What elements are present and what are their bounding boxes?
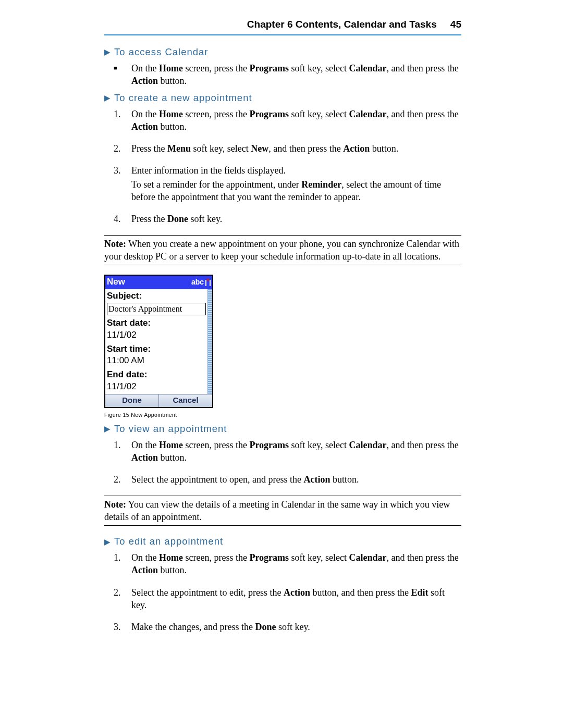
instruction-text: Enter information in the fields displaye… bbox=[131, 164, 461, 203]
triangle-icon: ▶ bbox=[104, 424, 111, 434]
list-item: 2. Select the appointment to open, and p… bbox=[114, 473, 461, 486]
triangle-icon: ▶ bbox=[104, 93, 111, 103]
section-body-access: ■ On the Home screen, press the Programs… bbox=[114, 62, 461, 88]
list-item: 1. On the Home screen, press the Program… bbox=[114, 551, 461, 577]
field-value-start-date: 11/1/02 bbox=[105, 329, 207, 342]
phone-input-mode: abc bbox=[191, 277, 204, 287]
bullet-marker-icon: ■ bbox=[114, 62, 131, 88]
step-number: 3. bbox=[114, 164, 131, 203]
step-number: 2. bbox=[114, 473, 131, 486]
instruction-text: Select the appointment to edit, press th… bbox=[131, 586, 461, 612]
section-heading-access: ▶ To access Calendar bbox=[104, 46, 461, 59]
list-item: 1. On the Home screen, press the Program… bbox=[114, 439, 461, 464]
step-number: 1. bbox=[114, 551, 131, 577]
section-heading-view: ▶ To view an appointment bbox=[104, 423, 461, 436]
phone-titlebar: New abc bbox=[105, 276, 212, 289]
phone-form: Subject: Doctor's Appointment Start date… bbox=[105, 289, 207, 394]
note-box: Note: You can view the details of a meet… bbox=[104, 496, 461, 526]
note-text: When you create a new appointment on you… bbox=[104, 239, 459, 262]
instruction-text: On the Home screen, press the Programs s… bbox=[131, 62, 461, 88]
instruction-text: On the Home screen, press the Programs s… bbox=[131, 439, 461, 464]
section-body-create: 1. On the Home screen, press the Program… bbox=[114, 108, 461, 226]
section-body-view: 1. On the Home screen, press the Program… bbox=[114, 439, 461, 486]
list-item: 3. Make the changes, and press the Done … bbox=[114, 621, 461, 633]
note-box: Note: When you create a new appointment … bbox=[104, 235, 461, 266]
note-label: Note: bbox=[104, 239, 126, 249]
instruction-text: Select the appointment to open, and pres… bbox=[131, 473, 461, 486]
instruction-text: Make the changes, and press the Done sof… bbox=[131, 621, 461, 633]
step-number: 2. bbox=[114, 142, 131, 155]
list-item: 3. Enter information in the fields displ… bbox=[114, 164, 461, 203]
section-title: To view an appointment bbox=[114, 423, 227, 436]
bullet-item: ■ On the Home screen, press the Programs… bbox=[114, 62, 461, 88]
section-title: To edit an appointment bbox=[114, 535, 223, 548]
instruction-text: On the Home screen, press the Programs s… bbox=[131, 551, 461, 577]
field-input-subject: Doctor's Appointment bbox=[107, 303, 206, 315]
figure-phone-screenshot: New abc Subject: Doctor's Appointment St… bbox=[104, 275, 213, 408]
list-item: 1. On the Home screen, press the Program… bbox=[114, 108, 461, 133]
page-content: ▶ To access Calendar ■ On the Home scree… bbox=[104, 42, 461, 636]
note-text: You can view the details of a meeting in… bbox=[104, 499, 450, 522]
field-label-end-date: End date: bbox=[105, 368, 207, 381]
section-body-edit: 1. On the Home screen, press the Program… bbox=[114, 551, 461, 633]
page-header: Chapter 6 Contents, Calendar and Tasks 4… bbox=[104, 18, 461, 35]
list-item: 2. Select the appointment to edit, press… bbox=[114, 586, 461, 612]
step-number: 3. bbox=[114, 621, 131, 633]
field-label-start-time: Start time: bbox=[105, 342, 207, 355]
instruction-text: Press the Menu soft key, select New, and… bbox=[131, 142, 461, 155]
step-number: 1. bbox=[114, 439, 131, 464]
step-number: 1. bbox=[114, 108, 131, 133]
section-heading-edit: ▶ To edit an appointment bbox=[104, 535, 461, 548]
softkey-done: Done bbox=[105, 394, 158, 406]
field-label-start-date: Start date: bbox=[105, 316, 207, 329]
phone-softkey-bar: Done Cancel bbox=[105, 394, 212, 406]
list-item: 4. Press the Done soft key. bbox=[114, 213, 461, 225]
phone-body: Subject: Doctor's Appointment Start date… bbox=[105, 289, 212, 394]
section-title: To access Calendar bbox=[114, 46, 208, 59]
figure-caption: Figure 15 New Appointment bbox=[104, 411, 461, 418]
triangle-icon: ▶ bbox=[104, 47, 111, 57]
note-label: Note: bbox=[104, 499, 126, 510]
step-number: 2. bbox=[114, 586, 131, 612]
instruction-text: On the Home screen, press the Programs s… bbox=[131, 108, 461, 133]
list-item: 2. Press the Menu soft key, select New, … bbox=[114, 142, 461, 155]
chapter-title: Chapter 6 Contents, Calendar and Tasks bbox=[247, 19, 437, 30]
phone-title-text: New bbox=[107, 276, 125, 288]
triangle-icon: ▶ bbox=[104, 537, 111, 547]
document-page: Chapter 6 Contents, Calendar and Tasks 4… bbox=[0, 0, 563, 728]
softkey-cancel: Cancel bbox=[158, 394, 212, 406]
section-heading-create: ▶ To create a new appointment bbox=[104, 92, 461, 105]
page-number: 45 bbox=[439, 18, 461, 31]
section-title: To create a new appointment bbox=[114, 92, 252, 105]
phone-scrollbar bbox=[207, 289, 212, 394]
field-label-subject: Subject: bbox=[105, 289, 207, 302]
phone-status: abc bbox=[191, 277, 211, 287]
step-number: 4. bbox=[114, 213, 131, 225]
instruction-text: Press the Done soft key. bbox=[131, 213, 461, 225]
field-value-start-time: 11:00 AM bbox=[105, 355, 207, 368]
field-value-end-date: 11/1/02 bbox=[105, 381, 207, 394]
signal-icon bbox=[205, 279, 211, 286]
